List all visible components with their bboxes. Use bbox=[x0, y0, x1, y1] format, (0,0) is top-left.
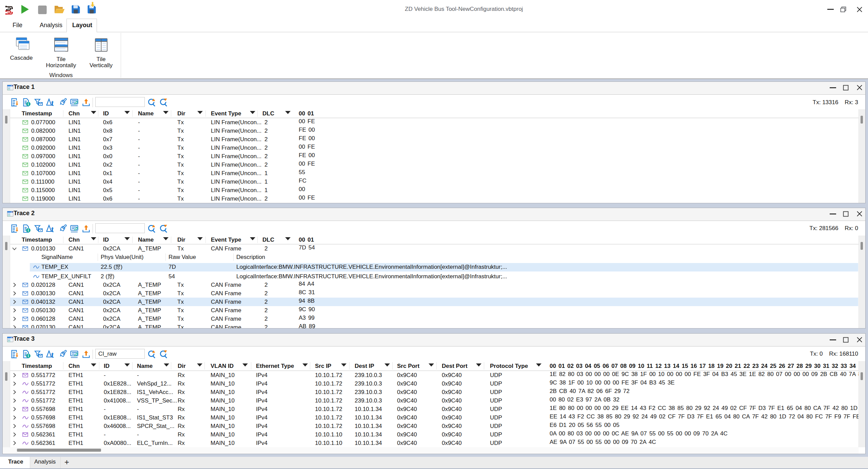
svg-text:t: t bbox=[51, 98, 54, 107]
svg-text:t: t bbox=[51, 350, 54, 359]
svg-text:t: t bbox=[51, 225, 54, 233]
